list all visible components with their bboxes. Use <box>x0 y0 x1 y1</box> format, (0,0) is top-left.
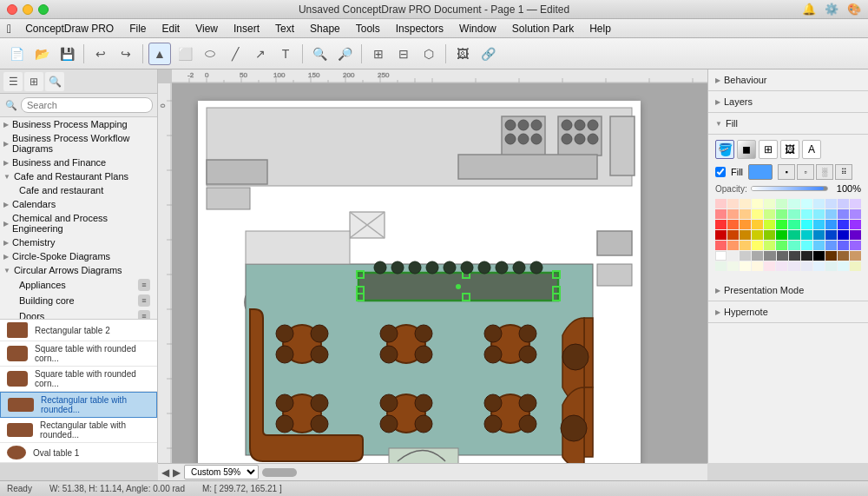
shape-item-1[interactable]: Square table with rounded corn... <box>0 341 157 367</box>
cat-building-core[interactable]: Building core ≡ <box>0 293 157 308</box>
color-cell[interactable] <box>764 199 775 208</box>
color-cell[interactable] <box>752 251 763 261</box>
left-search-toggle[interactable]: 🔍 <box>45 72 64 91</box>
color-cell[interactable] <box>850 251 861 261</box>
color-cell[interactable] <box>727 251 739 261</box>
color-cell[interactable] <box>838 220 849 229</box>
cat-business-process-mapping[interactable]: ▶ Business Process Mapping <box>0 117 157 131</box>
color-cell[interactable] <box>850 220 861 229</box>
settings-icon[interactable]: ⚙️ <box>825 3 838 16</box>
color-cell[interactable] <box>813 261 825 271</box>
fill-bucket-tool[interactable]: 🪣 <box>715 140 734 159</box>
color-cell[interactable] <box>776 220 787 229</box>
color-cell[interactable] <box>801 251 812 261</box>
toolbar-text[interactable]: T <box>274 43 297 65</box>
color-cell[interactable] <box>776 230 787 240</box>
color-cell[interactable] <box>752 230 763 240</box>
menu-insert[interactable]: Insert <box>227 21 266 36</box>
color-cell[interactable] <box>727 261 739 271</box>
color-cell[interactable] <box>801 199 812 208</box>
color-cell[interactable] <box>788 220 799 229</box>
color-cell[interactable] <box>715 241 727 250</box>
cat-chemistry[interactable]: ▶ Chemistry <box>0 235 157 249</box>
fill-pattern2-btn[interactable]: ░ <box>816 164 833 180</box>
color-cell[interactable] <box>776 209 787 219</box>
canvas-content[interactable] <box>172 83 707 463</box>
color-cell[interactable] <box>727 209 739 219</box>
color-cell[interactable] <box>801 261 812 271</box>
color-cell[interactable] <box>825 199 837 208</box>
color-cell[interactable] <box>764 209 775 219</box>
cat-circular-arrows[interactable]: ▼ Circular Arrows Diagrams <box>0 263 157 277</box>
menu-solution-park[interactable]: Solution Park <box>505 21 581 36</box>
color-cell[interactable] <box>740 220 751 229</box>
fill-color-swatch[interactable] <box>748 164 773 180</box>
color-cell[interactable] <box>801 209 812 219</box>
toolbar-link[interactable]: 🔗 <box>477 43 499 65</box>
color-cell[interactable] <box>825 209 837 219</box>
color-cell[interactable] <box>788 241 799 250</box>
cat-calendars[interactable]: ▶ Calendars <box>0 197 157 211</box>
color-cell[interactable] <box>813 241 825 250</box>
menu-app[interactable]: ConceptDraw PRO <box>18 21 121 36</box>
toolbar-oval[interactable]: ⬭ <box>199 43 221 65</box>
fill-solid-btn[interactable]: ▪ <box>778 164 795 180</box>
color-cell[interactable] <box>727 220 739 229</box>
color-cell[interactable] <box>838 199 849 208</box>
color-cell[interactable] <box>789 251 800 261</box>
toolbar-save[interactable]: 💾 <box>56 43 78 65</box>
zoom-select[interactable]: Custom 59% <box>184 465 259 479</box>
notification-icon[interactable]: 🔔 <box>802 3 816 16</box>
color-cell[interactable] <box>813 220 825 229</box>
color-cell[interactable] <box>850 230 861 240</box>
menu-tools[interactable]: Tools <box>349 21 387 36</box>
cat-appliances[interactable]: Appliances ≡ <box>0 277 157 293</box>
left-list-view[interactable]: ☰ <box>3 72 23 91</box>
toolbar-grid[interactable]: ⊞ <box>367 43 390 65</box>
color-cell[interactable] <box>752 199 763 208</box>
toolbar-pointer[interactable]: ▲ <box>148 43 171 65</box>
cat-doors[interactable]: Doors ≡ <box>0 308 157 319</box>
cat-chemical[interactable]: ▶ Chemical and Process Engineering <box>0 211 157 235</box>
color-cell[interactable] <box>801 230 812 240</box>
color-cell[interactable] <box>764 241 775 250</box>
color-cell[interactable] <box>752 220 763 229</box>
minimize-button[interactable] <box>23 4 33 15</box>
shape-item-5[interactable]: Oval table 1 <box>0 443 157 463</box>
color-cell[interactable] <box>850 261 861 271</box>
toolbar-zoom-in[interactable]: 🔍 <box>308 43 331 65</box>
toolbar-group[interactable]: ⬡ <box>418 43 440 65</box>
toolbar-align[interactable]: ⊟ <box>392 43 415 65</box>
opacity-slider[interactable] <box>751 186 828 191</box>
color-cell[interactable] <box>715 199 727 208</box>
color-cell[interactable] <box>715 261 727 271</box>
color-cell[interactable] <box>788 199 799 208</box>
color-cell[interactable] <box>825 261 837 271</box>
toolbar-connection[interactable]: ↗ <box>249 43 272 65</box>
color-cell[interactable] <box>776 199 787 208</box>
color-cell[interactable] <box>740 261 751 271</box>
toolbar-new[interactable]: 📄 <box>5 43 28 65</box>
toolbar-undo[interactable]: ↩ <box>89 43 112 65</box>
hypernote-header[interactable]: ▶ Hypernote <box>715 305 861 319</box>
horizontal-scrollbar[interactable] <box>262 468 297 477</box>
menu-file[interactable]: File <box>122 21 153 36</box>
color-cell[interactable] <box>764 251 775 261</box>
fill-checkbox[interactable] <box>715 167 726 177</box>
color-cell[interactable] <box>788 261 799 271</box>
layers-header[interactable]: ▶ Layers <box>715 95 861 109</box>
behaviour-header[interactable]: ▶ Behaviour <box>715 73 861 87</box>
color-cell[interactable] <box>813 199 825 208</box>
color-cell[interactable] <box>727 230 739 240</box>
left-grid-view[interactable]: ⊞ <box>24 72 43 91</box>
shape-item-3[interactable]: Rectangular table with rounded... <box>0 392 157 418</box>
color-cell[interactable] <box>752 209 763 219</box>
cat-cafe-subitem[interactable]: Cafe and restaurant <box>0 183 157 197</box>
apple-logo[interactable]:  <box>7 22 11 36</box>
color-cell[interactable] <box>825 220 837 229</box>
menu-window[interactable]: Window <box>452 21 503 36</box>
color-cell[interactable] <box>788 209 799 219</box>
color-cell[interactable] <box>838 261 849 271</box>
color-cell[interactable] <box>752 261 763 271</box>
canvas-area[interactable]: -2 0 50 100 150 200 250 <box>158 69 707 463</box>
